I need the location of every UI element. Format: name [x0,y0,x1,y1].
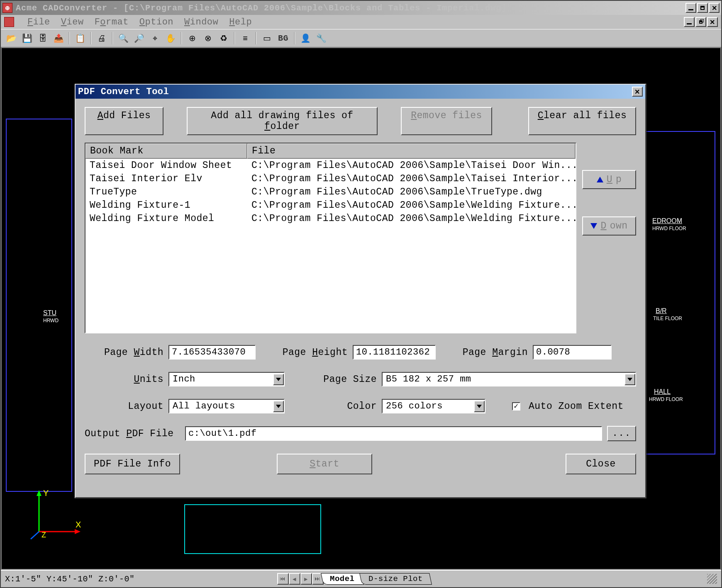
statusbar: X:1'-5" Y:45'-10" Z:0'-0" ⏮ ◀ ▶ ⏭ Model … [1,570,721,587]
auto-zoom-label: Auto Zoom Extent [529,401,624,412]
add-files-button[interactable]: Add Files [85,107,163,135]
save-as-icon[interactable]: 🗄 [36,31,50,45]
output-path-input[interactable]: c:\out\1.pdf [185,426,602,441]
open-icon[interactable]: 📂 [4,31,18,45]
list-cell-bookmark: TrueType [85,186,247,198]
main-close-button[interactable]: ✕ [709,3,720,13]
tab-dsize-plot[interactable]: D-size Plot [359,573,432,585]
zoom-window-icon[interactable]: ⌖ [148,31,162,45]
chevron-down-icon [474,401,485,412]
browse-button[interactable]: ... [607,426,636,441]
auto-zoom-checkbox[interactable] [512,402,520,411]
list-header: Book Mark File [85,143,576,159]
toolbar: 📂 💾 🗄 📤 📋 🖨 🔍 🔎 ⌖ ✋ ⊕ ⊗ ♻ ≡ ▭ BG 👤 🔧 [1,29,721,47]
toolbar-sep [181,32,182,44]
dialog-close-x[interactable]: ✕ [632,87,643,97]
close-button[interactable]: Close [566,454,636,474]
file-listview[interactable]: Book Mark File Taisei Door Window SheetC… [85,143,576,333]
cad-label-bedroom: EDROOM [652,217,682,225]
add-folder-button[interactable]: Add all drawing files of folder [187,107,378,135]
zoom-out-icon[interactable]: 🔍 [116,31,130,45]
tab-prev-button[interactable]: ◀ [289,573,300,585]
page-width-label: Page Width [85,347,163,358]
list-item[interactable]: Taisei Door Window SheetC:\Program Files… [85,159,576,172]
toolbar-sep [90,32,91,44]
menu-format[interactable]: Format [95,17,129,27]
pan-icon[interactable]: ✋ [163,31,178,45]
resize-grip-icon[interactable] [707,574,717,584]
print-icon[interactable]: 🖨 [95,31,109,45]
page-width-input[interactable]: 7.16535433070 [168,345,256,360]
output-file-label: Output PDF File [85,428,180,439]
list-cell-bookmark: Taisei Door Window Sheet [85,160,247,171]
page-height-label: Page Height [261,347,348,358]
tool-icon[interactable]: 🔧 [314,31,328,45]
pdf-file-info-button[interactable]: PDF File Info [85,454,180,474]
tab-first-button[interactable]: ⏮ [277,573,289,585]
menu-file[interactable]: File [27,17,50,27]
move-up-button[interactable]: Up [582,170,636,189]
mdi-minimize-button[interactable] [684,17,695,27]
chevron-down-icon [273,374,284,385]
dialog-title: PDF Convert Tool [78,87,169,97]
layers-icon[interactable]: ≡ [238,31,252,45]
units-select[interactable]: Inch [168,372,285,386]
cad-label-bedroom-sub: HRWD FLOOR [652,226,686,231]
toolbar-sep [234,32,235,44]
layout-label: Layout [85,401,163,412]
menu-option[interactable]: Option [139,17,173,27]
cad-label-hall-sub: HRWD FLOOR [649,396,683,402]
copy-icon[interactable]: 📋 [73,31,87,45]
list-col-bookmark[interactable]: Book Mark [85,143,247,159]
svg-marker-1 [37,490,41,496]
list-item[interactable]: Taisei Interior ElvC:\Program Files\Auto… [85,172,576,185]
cad-label-hall: HALL [654,388,671,396]
axis-x-label: X [76,520,81,529]
list-item[interactable]: Welding Fixture-1C:\Program Files\AutoCA… [85,199,576,212]
user-icon[interactable]: 👤 [298,31,312,45]
mdi-close-button[interactable]: ✕ [707,17,718,27]
regen-icon[interactable]: ♻ [217,31,231,45]
list-item[interactable]: TrueTypeC:\Program Files\AutoCAD 2006\Sa… [85,185,576,199]
list-col-file[interactable]: File [247,143,576,159]
pdf-convert-dialog: PDF Convert Tool ✕ Add Files Add all dra… [75,84,646,498]
page-margin-input[interactable]: 0.0078 [533,345,612,360]
menu-window[interactable]: Window [184,17,218,27]
cad-label-br: B/R [656,307,667,315]
page-margin-label: Page Margin [441,347,528,358]
list-cell-bookmark: Welding Fixture Model [85,213,247,224]
list-cell-bookmark: Welding Fixture-1 [85,199,247,211]
list-item[interactable]: Welding Fixture ModelC:\Program Files\Au… [85,212,576,225]
menu-help[interactable]: Help [229,17,252,27]
frame-icon[interactable]: ▭ [260,31,274,45]
list-cell-bookmark: Taisei Interior Elv [85,173,247,185]
color-label: Color [290,401,377,412]
tab-next-button[interactable]: ▶ [300,573,312,585]
zoom-region-icon[interactable]: ⊗ [201,31,215,45]
arrow-up-icon [597,177,603,182]
zoom-extents-icon[interactable]: ⊕ [185,31,199,45]
bg-button[interactable]: BG [276,31,291,45]
app-icon: ⊕ [2,3,12,13]
save-icon[interactable]: 💾 [20,31,34,45]
tab-model[interactable]: Model [321,573,363,585]
menu-view[interactable]: View [61,17,84,27]
toolbar-sep [256,32,256,44]
list-cell-file: C:\Program Files\AutoCAD 2006\Sample\Tru… [247,186,576,198]
layout-select[interactable]: All layouts [168,399,285,413]
main-minimize-button[interactable] [685,3,696,13]
move-down-button[interactable]: Down [582,216,636,236]
list-cell-file: C:\Program Files\AutoCAD 2006\Sample\Wel… [247,213,576,224]
mdi-restore-button[interactable] [695,17,706,27]
page-height-input[interactable]: 10.1181102362 [353,345,436,360]
export-icon[interactable]: 📤 [51,31,66,45]
cad-label-stu-sub: HRWD [43,318,59,323]
start-button[interactable]: Start [277,454,372,474]
clear-all-button[interactable]: Clear all files [528,107,636,135]
remove-files-button[interactable]: Remove files [401,107,492,135]
color-select[interactable]: 256 colors [382,399,485,413]
mdi-app-icon[interactable] [4,17,14,27]
page-size-select[interactable]: B5 182 x 257 mm [382,372,636,386]
main-maximize-button[interactable] [697,3,708,13]
zoom-in-icon[interactable]: 🔎 [132,31,146,45]
